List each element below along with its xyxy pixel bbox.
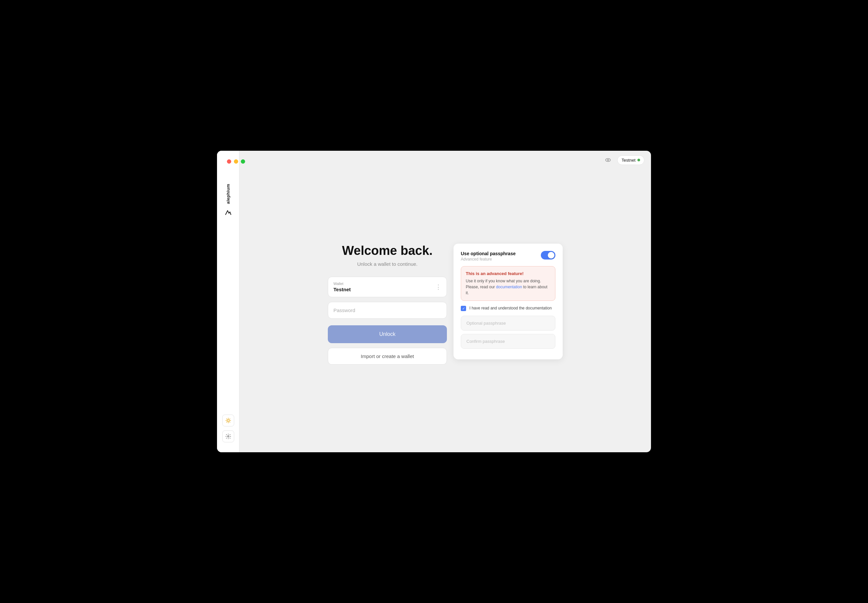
toggle-knob xyxy=(548,252,554,258)
settings-button[interactable] xyxy=(222,430,234,442)
eye-icon xyxy=(605,157,611,163)
traffic-lights xyxy=(227,159,245,164)
wallet-selector-info: Wallet Testnet xyxy=(333,282,351,292)
svg-point-9 xyxy=(227,436,229,438)
app-name-label: alephium xyxy=(226,184,231,204)
svg-point-11 xyxy=(607,159,609,161)
checkbox-checkmark: ✓ xyxy=(462,306,465,311)
passphrase-toggle-row: Use optional passphrase Advanced feature xyxy=(461,251,555,261)
app-window: alephium xyxy=(217,151,651,452)
theme-toggle-button[interactable] xyxy=(222,414,234,427)
warning-text: Use it only if you know what you are doi… xyxy=(466,278,550,296)
close-button[interactable] xyxy=(227,159,231,164)
welcome-subtitle: Unlock a wallet to continue. xyxy=(357,261,418,267)
center-area: Welcome back. Unlock a wallet to continu… xyxy=(328,244,563,365)
unlock-button[interactable]: Unlock xyxy=(328,325,447,343)
svg-line-5 xyxy=(226,419,227,419)
advanced-feature-warning: This is an advanced feature! Use it only… xyxy=(461,266,555,301)
read-docs-label: I have read and understood the documenta… xyxy=(470,305,552,311)
warning-title: This is an advanced feature! xyxy=(466,271,550,276)
alephium-logo-icon xyxy=(224,209,232,216)
read-docs-checkbox[interactable]: ✓ xyxy=(461,306,466,311)
svg-point-10 xyxy=(606,158,611,161)
header: Testnet xyxy=(240,151,651,169)
form-area: Welcome back. Unlock a wallet to continu… xyxy=(328,244,447,365)
sidebar: alephium xyxy=(217,151,240,452)
wallet-label: Wallet xyxy=(333,282,351,286)
maximize-button[interactable] xyxy=(241,159,245,164)
network-label: Testnet xyxy=(622,158,636,162)
wallet-menu-icon[interactable]: ⋮ xyxy=(436,284,441,290)
optional-passphrase-input[interactable] xyxy=(461,316,555,331)
passphrase-panel: Use optional passphrase Advanced feature… xyxy=(454,244,563,359)
password-input[interactable] xyxy=(328,302,447,319)
passphrase-toggle-label: Use optional passphrase xyxy=(461,251,516,256)
confirm-passphrase-input[interactable] xyxy=(461,334,555,349)
read-docs-checkbox-row: ✓ I have read and understood the documen… xyxy=(461,305,555,311)
sun-icon xyxy=(225,417,231,424)
svg-line-8 xyxy=(229,419,230,419)
wallet-value: Testnet xyxy=(333,287,351,292)
sidebar-bottom xyxy=(222,414,234,446)
passphrase-toggle-switch[interactable] xyxy=(541,251,555,260)
network-badge[interactable]: Testnet xyxy=(617,155,644,165)
minimize-button[interactable] xyxy=(234,159,238,164)
svg-line-6 xyxy=(229,422,230,422)
documentation-link[interactable]: documentation xyxy=(496,284,522,289)
welcome-title: Welcome back. xyxy=(342,244,432,258)
svg-point-0 xyxy=(227,419,229,422)
svg-line-7 xyxy=(226,422,227,422)
passphrase-toggle-sub: Advanced feature xyxy=(461,257,516,261)
import-wallet-button[interactable]: Import or create a wallet xyxy=(328,348,447,365)
passphrase-toggle-info: Use optional passphrase Advanced feature xyxy=(461,251,516,261)
logo-area: alephium xyxy=(224,184,232,216)
network-status-dot xyxy=(637,159,640,161)
gear-icon xyxy=(225,433,231,439)
wallet-selector[interactable]: Wallet Testnet ⋮ xyxy=(328,277,447,297)
main-content: Welcome back. Unlock a wallet to continu… xyxy=(240,169,651,452)
visibility-toggle-button[interactable] xyxy=(603,155,613,165)
